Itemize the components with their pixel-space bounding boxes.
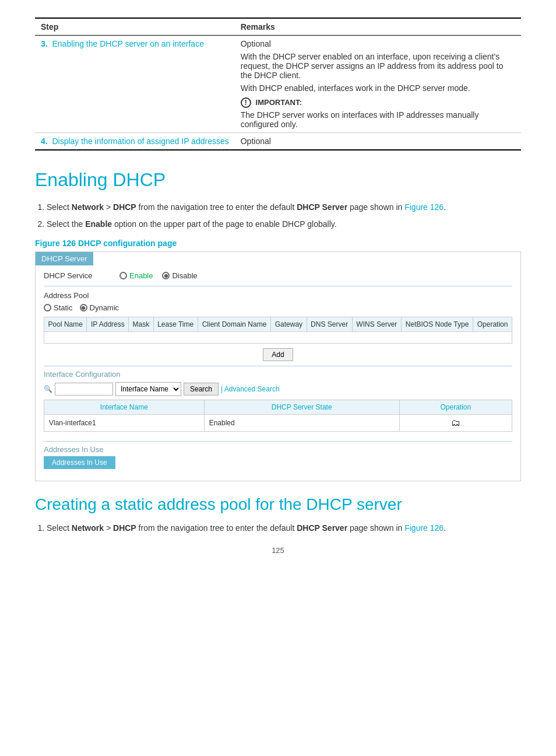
iface-col-op: Operation [399,400,512,415]
figure-126-link-2[interactable]: Figure 126 [404,523,444,533]
table-row: 3. Enabling the DHCP server on an interf… [35,36,521,133]
creating-section-title: Creating a static address pool for the D… [35,495,521,514]
address-pool-label: Address Pool [44,291,512,300]
dhcp-config-panel: DHCP Server DHCP Service Enable Disable … [35,251,521,481]
pool-col-netbios: NetBIOS Node Type [401,317,473,332]
enabling-dhcp-steps: Select Network > DHCP from the navigatio… [47,201,521,230]
step-4-link[interactable]: Display the information of assigned IP a… [52,136,228,146]
remark-dhcp-desc: With the DHCP server enabled on an inter… [241,52,515,80]
iface-col-state: DHCP Server State [204,400,399,415]
dhcp-service-row: DHCP Service Enable Disable [44,271,512,280]
search-icon: 🔍 [44,385,52,393]
col-remarks-header: Remarks [235,18,521,36]
dhcp-service-label: DHCP Service [44,271,119,280]
table-row: Vlan-interface1 Enabled 🗂 [44,415,512,432]
important-icon: ! [241,97,251,108]
search-button[interactable]: Search [184,383,219,396]
pool-table: Pool Name IP Address Mask Lease Time Cli… [44,317,512,344]
page-number: 125 [35,546,521,555]
dhcp-bold: DHCP [113,202,136,212]
pool-col-gateway: Gateway [271,317,307,332]
remark-optional-2: Optional [241,136,271,146]
pool-empty-row [44,332,512,344]
step-3-link[interactable]: Enabling the DHCP server on an interface [52,39,203,48]
static-radio-option[interactable]: Static [44,303,73,312]
dynamic-radio-option[interactable]: Dynamic [80,303,119,312]
remark-dhcp-mode: With DHCP enabled, interfaces work in th… [241,83,515,93]
pool-col-domain: Client Domain Name [198,317,271,332]
iface-name-cell: Vlan-interface1 [44,415,205,432]
iface-search-row: 🔍 Interface Name Search | Advanced Searc… [44,382,512,396]
pool-col-mask: Mask [129,317,153,332]
network-bold: Network [72,202,104,212]
iface-op-cell[interactable]: 🗂 [399,415,512,432]
step-4-num: 4. [41,136,48,146]
interface-config-label: Interface Configuration [44,366,512,379]
steps-table: Step Remarks 3. Enabling the DHCP server… [35,18,521,150]
figure-126-link-1[interactable]: Figure 126 [404,202,444,212]
disable-radio-btn[interactable] [162,272,170,279]
remark-optional-1: Optional [241,39,515,48]
remark-important-line: ! Important: [241,97,515,108]
enable-bold: Enable [85,219,112,229]
pool-col-ip: IP Address [87,317,129,332]
dhcp-service-radio-group[interactable]: Enable Disable [119,271,198,280]
pool-col-dns: DNS Server [307,317,352,332]
disable-radio-option[interactable]: Disable [162,271,197,280]
dhcp-bold-2: DHCP [113,523,136,533]
dynamic-radio-btn[interactable] [80,304,87,312]
col-step-header: Step [35,18,235,36]
iface-state-cell: Enabled [204,415,399,432]
step-2: Select the Enable option on the upper pa… [47,218,521,230]
dhcp-server-bold-2: DHCP Server [297,523,347,533]
table-row: 4. Display the information of assigned I… [35,133,521,150]
dhcp-panel-header: DHCP Server [36,252,93,265]
creating-section-steps: Select Network > DHCP from the navigatio… [47,522,521,534]
pool-col-name: Pool Name [44,317,87,332]
search-input[interactable] [55,383,113,396]
step-3-num: 3. [41,39,48,48]
dhcp-server-bold: DHCP Server [297,202,347,212]
enable-radio-option[interactable]: Enable [119,271,153,280]
iface-col-name: Interface Name [44,400,205,415]
enable-radio-btn[interactable] [119,272,127,279]
enabling-dhcp-title: Enabling DHCP [35,169,521,191]
static-radio-btn[interactable] [44,304,51,312]
divider-1 [44,286,512,286]
static-label: Static [54,303,73,312]
important-label: Important: [256,98,302,107]
disable-label: Disable [172,271,197,280]
addresses-in-use-button[interactable]: Addresses In Use [44,456,115,469]
figure-label: Figure 126 DHCP configuration page [35,239,521,248]
addresses-in-use-label: Addresses In Use [44,441,512,454]
network-bold-2: Network [72,523,104,533]
pool-col-operation: Operation [473,317,512,332]
interface-name-dropdown[interactable]: Interface Name [115,382,181,396]
remark-important-text: The DHCP server works on interfaces with… [241,110,515,129]
step-1: Select Network > DHCP from the navigatio… [47,201,521,214]
add-btn-row: Add [44,348,512,361]
pool-col-lease: Lease Time [153,317,198,332]
pool-col-wins: WINS Server [352,317,401,332]
interface-table: Interface Name DHCP Server State Operati… [44,400,512,432]
creating-step-1: Select Network > DHCP from the navigatio… [47,522,521,534]
advanced-search-link[interactable]: | Advanced Search [221,385,280,393]
add-button[interactable]: Add [263,348,293,361]
edit-icon[interactable]: 🗂 [451,418,460,428]
enable-label: Enable [129,271,153,280]
dynamic-label: Dynamic [90,303,119,312]
static-dynamic-row[interactable]: Static Dynamic [44,303,512,312]
